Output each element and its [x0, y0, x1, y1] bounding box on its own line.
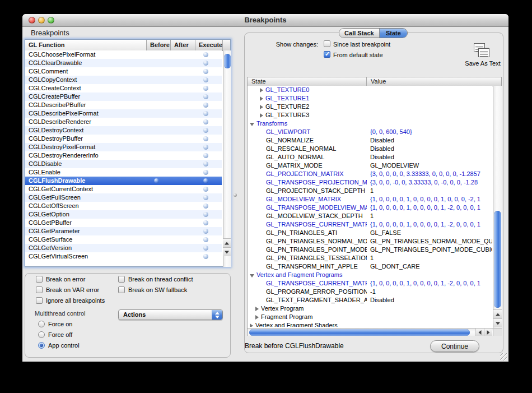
- breakpoint-orb[interactable]: [203, 52, 208, 57]
- state-row[interactable]: GL_PN_TRIANGLES_NORMAL_MODGL_PN_TRIANGLE…: [248, 237, 492, 246]
- function-row[interactable]: CGLGetOption: [25, 210, 222, 219]
- state-row[interactable]: GL_PN_TRIANGLES_ATIGL_FALSE: [248, 229, 492, 237]
- function-row[interactable]: CGLDestroyPixelFormat: [25, 143, 222, 151]
- scroll-down-button[interactable]: [493, 318, 502, 327]
- state-row[interactable]: Vertex Program: [248, 304, 492, 313]
- function-row[interactable]: CGLGetFullScreen: [25, 193, 222, 202]
- breakpoint-orb[interactable]: [203, 178, 208, 183]
- disclosure-closed-icon[interactable]: [260, 88, 263, 93]
- state-row[interactable]: GL_PN_TRIANGLES_POINT_MODE_GL_PN_TRIANGL…: [248, 246, 492, 254]
- breakpoint-orb[interactable]: [203, 220, 208, 225]
- disclosure-closed-icon[interactable]: [260, 96, 263, 101]
- breakpoint-orb[interactable]: [203, 128, 208, 133]
- save-as-text-icon[interactable]: [474, 43, 493, 60]
- function-row[interactable]: CGLDescribeRenderer: [25, 118, 222, 126]
- disclosure-closed-icon[interactable]: [255, 315, 259, 320]
- column-header-after[interactable]: After: [171, 40, 195, 50]
- state-row[interactable]: GL_PN_TRIANGLES_TESSELATION_1: [248, 254, 492, 262]
- state-row[interactable]: GL_TRANSPOSE_MODELVIEW_MAT{1, 0, 0, 0, 0…: [248, 204, 492, 212]
- function-row[interactable]: CGLDisable: [25, 160, 222, 168]
- break-on-var-error-checkbox[interactable]: [36, 286, 43, 293]
- breakpoint-orb[interactable]: [203, 187, 208, 192]
- state-row[interactable]: GL_VIEWPORT{0, 0, 600, 540}: [248, 128, 492, 136]
- breakpoint-orb[interactable]: [203, 153, 208, 158]
- scrollbar-thumb[interactable]: [224, 54, 231, 68]
- state-table-horizontal-scrollbar[interactable]: [248, 328, 493, 336]
- state-row[interactable]: GL_TRANSPOSE_CURRENT_MATRI{1, 0, 0, 0, 0…: [248, 220, 492, 229]
- break-on-error-checkbox[interactable]: [36, 276, 43, 283]
- function-row[interactable]: CGLDestroyPBuffer: [25, 135, 222, 143]
- function-row[interactable]: CGLDescribePBuffer: [25, 101, 222, 109]
- breakpoint-orb[interactable]: [203, 212, 208, 217]
- state-row[interactable]: GL_TEXTURE3: [248, 111, 492, 119]
- function-row[interactable]: CGLGetParameter: [25, 227, 222, 235]
- breakpoint-orb[interactable]: [203, 77, 208, 82]
- function-row[interactable]: CGLCopyContext: [25, 76, 222, 84]
- breakpoint-orb[interactable]: [203, 246, 208, 251]
- scroll-up-button[interactable]: [223, 238, 231, 247]
- function-row[interactable]: CGLClearDrawable: [25, 59, 222, 67]
- function-row[interactable]: CGLCreatePBuffer: [25, 93, 222, 101]
- state-row[interactable]: GL_MODELVIEW_STACK_DEPTH1: [248, 212, 492, 220]
- state-row[interactable]: GL_TEXTURE2: [248, 103, 492, 111]
- disclosure-open-icon[interactable]: [250, 123, 254, 126]
- title-bar[interactable]: Breakpoints: [22, 14, 508, 27]
- function-table-scrollbar[interactable]: [223, 50, 231, 267]
- scroll-right-button[interactable]: [484, 328, 492, 336]
- breakpoint-orb[interactable]: [203, 136, 208, 141]
- breakpoint-orb[interactable]: [203, 119, 208, 124]
- state-row[interactable]: GL_PROGRAM_ERROR_POSITION_A-1: [248, 288, 492, 296]
- breakpoint-orb[interactable]: [203, 86, 208, 91]
- disclosure-closed-icon[interactable]: [260, 105, 263, 109]
- column-header-gl-function[interactable]: GL Function: [25, 40, 147, 50]
- breakpoint-orb[interactable]: [203, 237, 208, 242]
- since-last-breakpoint-checkbox[interactable]: [324, 40, 330, 47]
- function-row[interactable]: CGLGetSurface: [25, 235, 222, 244]
- function-row[interactable]: CGLGetOffScreen: [25, 202, 222, 210]
- from-default-state-checkbox[interactable]: [324, 51, 330, 58]
- state-row[interactable]: GL_NORMALIZEDisabled: [248, 136, 492, 145]
- break-on-thread-conflict-checkbox[interactable]: [118, 276, 125, 283]
- function-row[interactable]: CGLGetCurrentContext: [25, 185, 222, 193]
- tab-state[interactable]: State: [380, 29, 407, 38]
- scrollbar-thumb[interactable]: [249, 329, 470, 336]
- function-row[interactable]: CGLGetVirtualScreen: [25, 252, 222, 261]
- function-row[interactable]: CGLDestroyRendererInfo: [25, 151, 222, 160]
- actions-popup-button[interactable]: Actions: [118, 309, 223, 320]
- scrollbar-thumb[interactable]: [494, 211, 501, 308]
- tab-call-stack[interactable]: Call Stack: [339, 29, 380, 38]
- column-header-value[interactable]: Value: [367, 77, 501, 86]
- breakpoint-orb[interactable]: [203, 94, 208, 99]
- resize-grip[interactable]: [500, 353, 507, 360]
- function-row[interactable]: CGLEnable: [25, 168, 222, 177]
- breakpoint-orb[interactable]: [203, 111, 208, 116]
- state-row[interactable]: GL_RESCALE_NORMALDisabled: [248, 145, 492, 153]
- function-row[interactable]: CGLComment: [25, 67, 222, 76]
- state-row[interactable]: GL_TRANSFORM_HINT_APPLEGL_DONT_CARE: [248, 262, 492, 271]
- state-row[interactable]: GL_PROJECTION_STACK_DEPTH1: [248, 187, 492, 195]
- state-row[interactable]: Transforms: [248, 119, 492, 128]
- splitter-handle[interactable]: [234, 193, 237, 197]
- state-row[interactable]: GL_TRANSPOSE_PROJECTION_MAT{3, 0, 0, -0,…: [248, 178, 492, 187]
- breakpoint-orb[interactable]: [203, 254, 208, 259]
- breakpoint-orb[interactable]: [203, 145, 208, 150]
- breakpoint-orb[interactable]: [203, 204, 208, 209]
- state-row[interactable]: Fragment Program: [248, 313, 492, 321]
- state-row[interactable]: Vertex and Fragment Shaders: [248, 321, 492, 327]
- state-row[interactable]: GL_TEXT_FRAGMENT_SHADER_ATDisabled: [248, 296, 492, 304]
- column-header-before[interactable]: Before: [147, 40, 171, 50]
- disclosure-closed-icon[interactable]: [260, 113, 263, 118]
- breakpoint-orb[interactable]: [203, 103, 208, 108]
- state-row[interactable]: GL_MATRIX_MODEGL_MODELVIEW: [248, 161, 492, 170]
- breakpoint-orb[interactable]: [154, 178, 159, 183]
- force-off-radio[interactable]: [38, 331, 45, 338]
- ignore-all-breakpoints-checkbox[interactable]: [36, 297, 43, 304]
- state-row[interactable]: Vertex and Fragment Programs: [248, 271, 492, 279]
- breakpoint-orb[interactable]: [203, 170, 208, 175]
- state-table-vertical-scrollbar[interactable]: [493, 86, 502, 328]
- disclosure-open-icon[interactable]: [250, 274, 254, 278]
- scroll-down-button[interactable]: [223, 247, 231, 256]
- app-control-radio[interactable]: [38, 342, 45, 349]
- break-on-sw-fallback-checkbox[interactable]: [118, 286, 125, 293]
- column-header-execute[interactable]: Execute: [195, 40, 223, 50]
